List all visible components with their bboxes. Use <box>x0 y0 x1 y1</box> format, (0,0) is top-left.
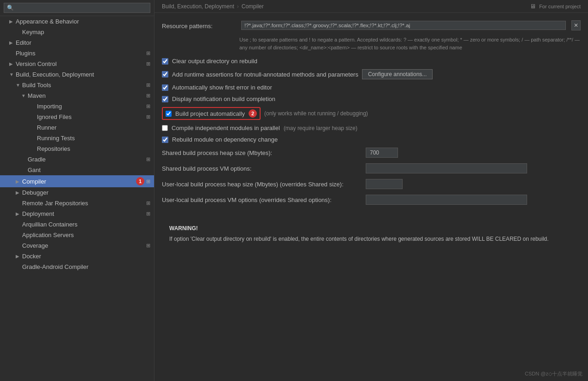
heap-size-row: Shared build process heap size (Mbytes): <box>162 148 581 158</box>
sidebar-item-build-tools[interactable]: ▼ Build Tools ⊞ <box>0 80 154 90</box>
sidebar-item-gradle[interactable]: Gradle ⊞ <box>0 154 154 165</box>
settings-icon: ⊞ <box>146 114 150 120</box>
arrow-icon: ▶ <box>16 179 22 184</box>
sidebar-item-label: Arquillian Containers <box>22 221 150 228</box>
sidebar-item-editor[interactable]: ▶ Editor <box>0 37 154 48</box>
sidebar-item-gant[interactable]: Gant <box>0 165 154 175</box>
breadcrumb: Build, Execution, Deployment › Compiler … <box>154 0 588 13</box>
vm-options-input[interactable] <box>366 163 527 173</box>
heap-size-label: Shared build process heap size (Mbytes): <box>162 149 360 156</box>
warning-title: WARNING! <box>169 225 198 232</box>
add-runtime-checkbox[interactable] <box>162 71 168 77</box>
local-vm-input[interactable] <box>366 195 527 205</box>
sidebar-item-build-exec-deploy[interactable]: ▼ Build, Execution, Deployment <box>0 69 154 80</box>
search-input[interactable] <box>4 3 150 13</box>
build-auto-badge: 2 <box>249 109 257 118</box>
checkbox-display-notification: Display notification on build completion <box>162 95 581 102</box>
compile-parallel-note: (may require larger heap size) <box>284 125 357 131</box>
auto-show-error-label: Automatically show first error in editor <box>172 84 272 91</box>
sidebar-item-compiler[interactable]: ▶ Compiler 1 ⊞ <box>0 175 154 187</box>
clear-output-checkbox[interactable] <box>162 58 168 65</box>
sidebar-item-deployment[interactable]: ▶ Deployment ⊞ <box>0 208 154 219</box>
sidebar-item-label: Remote Jar Repositories <box>22 200 144 207</box>
sidebar-item-label: Runner <box>37 124 150 131</box>
warning-text: If option 'Clear output directory on reb… <box>169 235 573 244</box>
settings-icon: ⊞ <box>146 243 150 249</box>
sidebar-item-label: Build, Execution, Deployment <box>16 71 150 78</box>
arrow-icon: ▶ <box>9 19 16 24</box>
arrow-icon: ▶ <box>16 190 22 195</box>
heap-size-input[interactable] <box>366 148 398 158</box>
build-auto-note: (only works while not running / debuggin… <box>264 110 368 117</box>
checkbox-clear-output: Clear output directory on rebuild <box>162 58 581 65</box>
sidebar-item-runner[interactable]: Runner <box>0 122 154 133</box>
vm-options-label: Shared build process VM options: <box>162 165 360 172</box>
sidebar-item-label: Repositories <box>37 145 150 152</box>
local-vm-label: User-local build process VM options (ove… <box>162 196 360 203</box>
sidebar-item-version-control[interactable]: ▶ Version Control ⊞ <box>0 59 154 69</box>
settings-icon: ⊞ <box>146 50 150 56</box>
auto-show-error-checkbox[interactable] <box>162 84 168 91</box>
clear-output-label: Clear output directory on rebuild <box>172 58 257 65</box>
display-notification-checkbox[interactable] <box>162 96 168 102</box>
add-runtime-label: Add runtime assertions for notnull-annot… <box>172 71 358 78</box>
sidebar-item-debugger[interactable]: ▶ Debugger <box>0 187 154 198</box>
arrow-icon: ▼ <box>16 83 22 88</box>
configure-annotations-button[interactable]: Configure annotations... <box>362 69 433 79</box>
arrow-icon: ▼ <box>9 72 16 77</box>
sidebar-item-label: Coverage <box>22 242 144 249</box>
sidebar-item-docker[interactable]: ▶ Docker <box>0 251 154 262</box>
settings-icon: ⊞ <box>146 103 150 109</box>
sidebar-item-gradle-android[interactable]: Gradle-Android Compiler <box>0 262 154 272</box>
resource-hint: Use ; to separate patterns and ! to nega… <box>239 36 581 51</box>
rebuild-module-label: Rebuild module on dependency change <box>172 136 278 143</box>
content-panel: Build, Execution, Deployment › Compiler … <box>154 0 588 381</box>
settings-icon: ⊞ <box>146 211 150 217</box>
sidebar-item-appearance[interactable]: ▶ Appearance & Behavior <box>0 16 154 27</box>
sidebar-item-keymap[interactable]: Keymap <box>0 27 154 37</box>
sidebar-item-maven[interactable]: ▼ Maven ⊞ <box>0 90 154 101</box>
sidebar-item-label: Ignored Files <box>37 113 144 120</box>
build-auto-checkbox[interactable] <box>166 111 172 117</box>
search-bar <box>0 0 154 16</box>
build-auto-label: Build project automatically <box>175 110 245 117</box>
sidebar-item-label: Build Tools <box>22 82 144 89</box>
compile-parallel-label: Compile independent modules in parallel <box>172 125 280 131</box>
settings-icon: ⊞ <box>146 179 150 185</box>
build-auto-highlighted: Build project automatically 2 <box>162 107 261 120</box>
project-scope-label: 🖥 For current project <box>530 3 581 10</box>
sidebar-item-label: Maven <box>28 92 144 99</box>
resource-patterns-row: Resource patterns: ✕ <box>162 20 581 30</box>
sidebar-item-ignored-files[interactable]: Ignored Files ⊞ <box>0 112 154 122</box>
sidebar-item-app-servers[interactable]: Application Servers <box>0 230 154 240</box>
resource-clear-button[interactable]: ✕ <box>571 20 581 30</box>
resource-patterns-input[interactable] <box>241 21 566 30</box>
sidebar-item-importing[interactable]: Importing ⊞ <box>0 101 154 112</box>
compile-parallel-row: Compile independent modules in parallel … <box>162 125 581 131</box>
checkbox-add-runtime: Add runtime assertions for notnull-annot… <box>162 69 581 79</box>
arrow-icon: ▶ <box>9 61 16 66</box>
compile-parallel-checkbox[interactable] <box>162 125 168 131</box>
rebuild-module-checkbox[interactable] <box>162 137 168 143</box>
sidebar-item-label: Compiler <box>22 178 133 185</box>
sidebar-item-remote-jar[interactable]: Remote Jar Repositories ⊞ <box>0 198 154 208</box>
watermark: CSDN @z◇十点半就睡觉 <box>525 370 582 377</box>
settings-icon: ⊞ <box>146 61 150 67</box>
sidebar-item-coverage[interactable]: Coverage ⊞ <box>0 240 154 251</box>
sidebar-item-arquillian[interactable]: Arquillian Containers <box>0 219 154 230</box>
sidebar-item-running-tests[interactable]: Running Tests <box>0 133 154 143</box>
sidebar-item-label: Editor <box>16 39 150 46</box>
sidebar-item-label: Gradle-Android Compiler <box>22 263 150 270</box>
sidebar-item-plugins[interactable]: Plugins ⊞ <box>0 48 154 59</box>
project-label-text: For current project <box>539 4 581 9</box>
settings-icon: ⊞ <box>146 82 150 88</box>
sidebar-item-label: Gant <box>28 167 150 173</box>
compiler-badge: 1 <box>136 177 144 185</box>
breadcrumb-part1: Build, Execution, Deployment <box>162 3 234 10</box>
sidebar-item-label: Version Control <box>16 60 144 67</box>
sidebar-item-repositories[interactable]: Repositories <box>0 143 154 154</box>
resource-patterns-label: Resource patterns: <box>162 22 236 30</box>
arrow-icon: ▶ <box>9 40 16 45</box>
arrow-icon: ▶ <box>16 254 22 259</box>
local-heap-input[interactable] <box>366 179 403 189</box>
